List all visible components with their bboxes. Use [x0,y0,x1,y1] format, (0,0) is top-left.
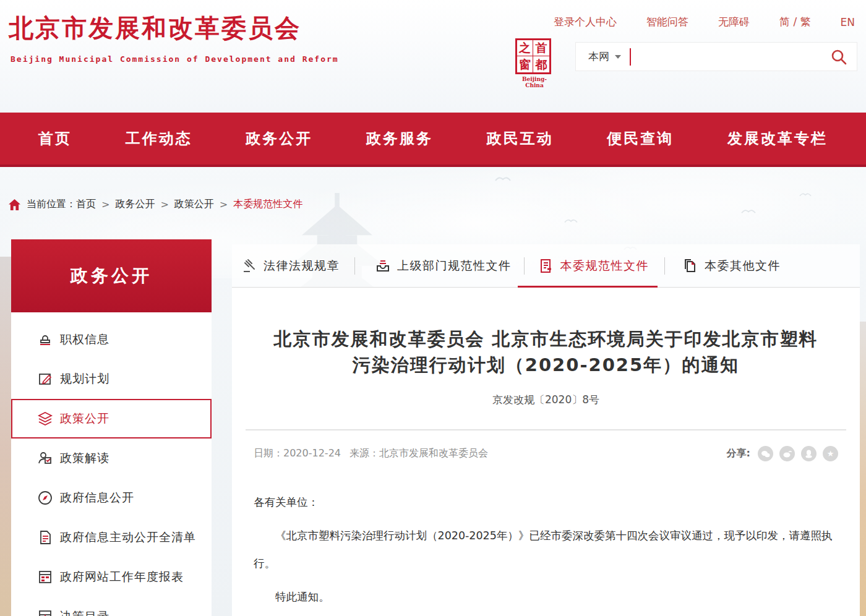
catalog-icon [37,609,53,616]
body-paragraph: 特此通知。 [254,583,836,611]
document-icon [538,258,554,274]
tab-laws-and-regulations[interactable]: 法律法规规章 [241,258,340,274]
plan-pencil-icon [37,371,53,387]
article-meta: 日期：2020-12-24来源：北京市发展和改革委员会 分享: ★ [254,430,838,461]
tab-divider [664,257,665,275]
site-logo-title: 北京市发展和改革委员会 [9,11,301,45]
nav-convenient-inquiry[interactable]: 便民查询 [607,129,674,148]
sidebar-item-proactive-disclosure-list[interactable]: 政府信息主动公开全清单 [11,518,212,557]
background-bird-icon [495,175,511,182]
sidebar-item-website-annual-report[interactable]: 政府网站工作年度报表 [11,557,212,597]
breadcrumb-item-disclosure[interactable]: 政务公开 [115,198,155,211]
date-label: 日期： [254,447,283,459]
signature: 北京市发展和改革委员会 [254,612,836,616]
breadcrumb-item-policy[interactable]: 政策公开 [174,198,214,211]
primary-nav: 首页 工作动态 政务公开 政务服务 政民互动 便民查询 发展改革专栏 [0,113,866,167]
background-bird-icon [799,192,812,197]
english-link[interactable]: EN [841,16,855,28]
breadcrumb-item-current: 本委规范性文件 [233,198,302,211]
breadcrumb-separator: > [220,199,228,210]
source-value: 北京市发展和改革委员会 [379,447,488,459]
sidebar-item-label: 政府信息主动公开全清单 [60,529,196,545]
seal-caption: Beijing-China [515,76,554,88]
login-personal-center-link[interactable]: 登录个人中心 [554,15,617,29]
document-number: 京发改规〔2020〕8号 [232,393,860,407]
person-check-icon [37,450,53,466]
sidebar-item-label: 政策公开 [60,411,109,427]
nav-government-disclosure[interactable]: 政务公开 [246,129,312,148]
document-tabs: 法律法规规章 上级部门规范性文件 本委规范性文件 [232,244,860,288]
sidebar-item-label: 规划计划 [60,371,109,387]
tab-divider [524,257,525,275]
article: 北京市发展和改革委员会 北京市生态环境局关于印发北京市塑料污染治理行动计划（20… [232,288,860,616]
nav-government-services[interactable]: 政务服务 [366,129,433,148]
compass-icon [37,490,53,506]
share-bar: 分享: ★ [727,446,838,461]
smart-qa-link[interactable]: 智能问答 [646,15,688,29]
tab-committee-normative-documents[interactable]: 本委规范性文件 [538,258,650,274]
list-document-icon [37,529,53,545]
tab-label: 上级部门规范性文件 [397,258,512,274]
sidebar-item-label: 政策解读 [60,450,109,466]
nav-work-updates[interactable]: 工作动态 [126,129,192,148]
favorite-share-icon[interactable]: ★ [823,446,838,461]
article-body: 各有关单位： 《北京市塑料污染治理行动计划（2020-2025年）》已经市委深改… [254,489,836,616]
seal-icon: 之 首 窗 都 [515,38,551,74]
weibo-share-icon[interactable] [779,446,795,461]
sidebar-item-authority-info[interactable]: 职权信息 [11,320,212,359]
seal-char: 首 [533,40,549,56]
breadcrumb-label: 当前位置： [27,198,76,211]
breadcrumb: 当前位置： 首页 > 政务公开 > 政策公开 > 本委规范性文件 [9,198,302,211]
annual-report-icon [37,569,53,585]
layers-icon [37,411,53,427]
sidebar-item-planning[interactable]: 规划计划 [11,359,212,399]
tab-committee-other-documents[interactable]: 本委其他文件 [682,258,781,274]
background-bird-icon [564,218,578,224]
tab-divider [354,257,355,275]
breadcrumb-item-home[interactable]: 首页 [76,198,96,211]
date-value: 2020-12-24 [283,447,341,459]
sidebar-item-label: 政府网站工作年度报表 [60,569,184,585]
article-title: 北京市发展和改革委员会 北京市生态环境局关于印发北京市塑料污染治理行动计划（20… [268,326,825,378]
qq-share-icon[interactable] [801,446,817,461]
simplified-traditional-link[interactable]: 简 / 繁 [779,15,811,29]
nav-reform-special-column[interactable]: 发展改革专栏 [727,129,828,148]
site-search: 本网 [575,42,857,71]
breadcrumb-separator: > [160,199,168,210]
search-button[interactable] [831,49,847,65]
accessibility-link[interactable]: 无障碍 [718,15,750,29]
site-header: 北京市发展和改革委员会 Beijing Municipal Commission… [0,0,866,113]
nav-public-interaction[interactable]: 政民互动 [487,129,554,148]
search-icon [831,49,847,65]
search-input[interactable] [631,45,831,69]
background-photo-left-edge [0,257,12,616]
sidebar-item-policy-disclosure[interactable]: 政策公开 [11,399,212,438]
sidebar-title[interactable]: 政务公开 [11,239,212,312]
inbox-icon [375,258,391,274]
share-label: 分享: [727,447,750,460]
stamp-icon [37,332,53,348]
gavel-icon [241,258,257,274]
utility-links: 登录个人中心 智能问答 无障碍 简 / 繁 EN [524,15,855,29]
search-scope-dropdown[interactable]: 本网 [588,49,621,64]
search-scope-label: 本网 [588,49,609,64]
sidebar-item-policy-interpretation[interactable]: 政策解读 [11,438,212,478]
tab-label: 本委其他文件 [705,258,781,274]
tab-label: 本委规范性文件 [560,258,650,274]
file-copy-icon [682,258,698,274]
breadcrumb-separator: > [101,199,109,210]
sidebar-item-decision-catalog[interactable]: 决策目录 [11,597,212,616]
source-label: 来源： [349,447,379,459]
main-content: 法律法规规章 上级部门规范性文件 本委规范性文件 [232,244,860,616]
nav-home[interactable]: 首页 [38,129,72,148]
seal-char: 都 [533,56,549,72]
tab-superior-normative-documents[interactable]: 上级部门规范性文件 [375,258,512,274]
seal-char: 窗 [517,56,533,72]
wechat-share-icon[interactable] [758,446,773,461]
sidebar-item-government-info-disclosure[interactable]: 政府信息公开 [11,478,212,518]
site-logo-subtitle: Beijing Municipal Commission of Developm… [11,54,339,64]
sidebar-menu: 职权信息 规划计划 政策公开 政策解读 [11,312,212,616]
breadcrumb-home-link[interactable] [9,199,20,210]
sidebar: 政务公开 职权信息 规划计划 政策公开 [11,239,212,616]
capital-window-seal-logo[interactable]: 之 首 窗 都 Beijing-China [515,38,554,88]
